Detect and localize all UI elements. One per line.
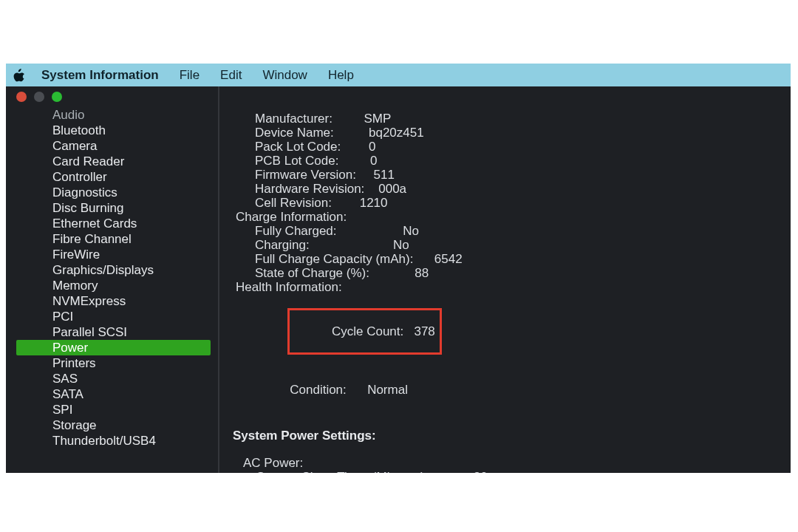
sidebar-item-diagnostics[interactable]: Diagnostics xyxy=(6,185,218,200)
sidebar-item-bluetooth[interactable]: Bluetooth xyxy=(6,123,218,138)
sidebar: AudioBluetoothCameraCard ReaderControlle… xyxy=(6,86,219,473)
minimize-button-icon[interactable] xyxy=(34,92,44,102)
apple-menu-icon[interactable] xyxy=(6,69,31,82)
model-row: Cell Revision: 1210 xyxy=(255,196,777,210)
charge-row: State of Charge (%): 88 xyxy=(255,266,777,280)
sidebar-item-ethernet-cards[interactable]: Ethernet Cards xyxy=(6,216,218,231)
menu-edit[interactable]: Edit xyxy=(210,68,252,83)
sidebar-item-sata[interactable]: SATA xyxy=(6,386,218,402)
close-button-icon[interactable] xyxy=(16,92,27,102)
menu-bar: System Information File Edit Window Help xyxy=(6,64,791,86)
model-row: Pack Lot Code: 0 xyxy=(255,140,777,154)
menu-file[interactable]: File xyxy=(169,68,210,83)
model-row: Hardware Revision: 000a xyxy=(255,182,777,196)
sidebar-item-sas[interactable]: SAS xyxy=(6,371,218,386)
health-info-header: Health Information: xyxy=(236,280,777,294)
sidebar-item-parallel-scsi[interactable]: Parallel SCSI xyxy=(6,324,218,340)
cycle-count-label: Cycle Count: xyxy=(332,324,403,338)
sidebar-item-fibre-channel[interactable]: Fibre Channel xyxy=(6,231,218,247)
system-information-window: AudioBluetoothCameraCard ReaderControlle… xyxy=(6,86,791,473)
ac-power-header: AC Power: xyxy=(243,456,777,470)
details-pane[interactable]: Manufacturer: SMPDevice Name: bq20z451Pa… xyxy=(219,86,791,473)
model-row: Device Name: bq20z451 xyxy=(255,126,777,140)
sidebar-item-pci[interactable]: PCI xyxy=(6,309,218,324)
menu-window[interactable]: Window xyxy=(252,68,317,83)
ac-power-row: System Sleep Timer (Minutes): 30 xyxy=(256,470,777,473)
cycle-count-highlight: Cycle Count: 378 xyxy=(287,308,442,355)
model-row: PCB Lot Code: 0 xyxy=(255,154,777,168)
system-power-settings-header: System Power Settings: xyxy=(233,429,777,443)
sidebar-item-power[interactable]: Power xyxy=(16,340,211,355)
model-row: Firmware Version: 511 xyxy=(255,168,777,182)
window-controls xyxy=(6,86,218,107)
sidebar-item-disc-burning[interactable]: Disc Burning xyxy=(6,200,218,216)
zoom-button-icon[interactable] xyxy=(52,92,62,102)
charge-row: Charging: No xyxy=(255,238,777,252)
sidebar-list[interactable]: AudioBluetoothCameraCard ReaderControlle… xyxy=(6,107,218,473)
menu-help[interactable]: Help xyxy=(318,68,364,83)
sidebar-item-graphics-displays[interactable]: Graphics/Displays xyxy=(6,262,218,278)
cycle-count-value: 378 xyxy=(414,324,434,338)
sidebar-item-card-reader[interactable]: Card Reader xyxy=(6,154,218,169)
sidebar-item-audio[interactable]: Audio xyxy=(6,107,218,123)
condition-value: Normal xyxy=(367,383,408,397)
charge-row: Fully Charged: No xyxy=(255,224,777,238)
sidebar-item-controller[interactable]: Controller xyxy=(6,169,218,185)
app-name[interactable]: System Information xyxy=(31,68,169,83)
sidebar-item-camera[interactable]: Camera xyxy=(6,138,218,154)
sidebar-item-storage[interactable]: Storage xyxy=(6,417,218,433)
charge-info-header: Charge Information: xyxy=(236,210,777,224)
sidebar-item-firewire[interactable]: FireWire xyxy=(6,247,218,262)
sidebar-item-thunderbolt-usb4[interactable]: Thunderbolt/USB4 xyxy=(6,433,218,449)
condition-label: Condition: xyxy=(290,383,347,397)
sidebar-item-nvmexpress[interactable]: NVMExpress xyxy=(6,293,218,309)
sidebar-item-memory[interactable]: Memory xyxy=(6,278,218,293)
model-row: Manufacturer: SMP xyxy=(255,112,777,126)
charge-row: Full Charge Capacity (mAh): 6542 xyxy=(255,252,777,266)
sidebar-item-spi[interactable]: SPI xyxy=(6,402,218,417)
sidebar-item-printers[interactable]: Printers xyxy=(6,355,218,371)
